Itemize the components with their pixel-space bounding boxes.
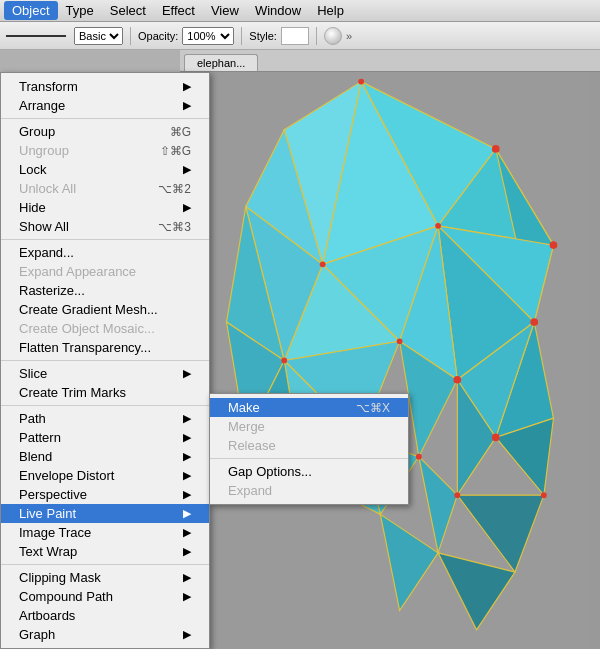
menu-item-create-trim-marks[interactable]: Create Trim Marks: [1, 383, 209, 402]
menu-sep-1: [1, 118, 209, 119]
menu-item-compound-path[interactable]: Compound Path ▶: [1, 587, 209, 606]
menu-item-clipping-mask[interactable]: Clipping Mask ▶: [1, 568, 209, 587]
document-tab[interactable]: elephan...: [184, 54, 258, 71]
menu-item-perspective-label: Perspective: [19, 487, 87, 502]
menu-type[interactable]: Type: [58, 1, 102, 20]
menu-item-rasterize[interactable]: Rasterize...: [1, 281, 209, 300]
toolbar-sep-2: [241, 27, 242, 45]
menu-item-expand-appearance-label: Expand Appearance: [19, 264, 136, 279]
menu-item-create-object-mosaic[interactable]: Create Object Mosaic...: [1, 319, 209, 338]
menu-object[interactable]: Object: [4, 1, 58, 20]
menu-item-flatten-transparency-label: Flatten Transparency...: [19, 340, 151, 355]
menu-item-lock-label: Lock: [19, 162, 46, 177]
menu-item-create-gradient-mesh[interactable]: Create Gradient Mesh...: [1, 300, 209, 319]
menu-select[interactable]: Select: [102, 1, 154, 20]
svg-point-37: [416, 454, 422, 460]
menu-item-create-trim-marks-label: Create Trim Marks: [19, 385, 126, 400]
menu-item-perspective[interactable]: Perspective ▶: [1, 485, 209, 504]
menu-sep-4: [1, 405, 209, 406]
live-paint-submenu: Make ⌥⌘X Merge Release Gap Options... Ex…: [209, 393, 409, 505]
tab-label: elephan...: [197, 57, 245, 69]
globe-icon: [324, 27, 342, 45]
toolbar-sep-1: [130, 27, 131, 45]
svg-point-42: [281, 358, 287, 364]
menu-view[interactable]: View: [203, 1, 247, 20]
menu-item-expand-label: Expand...: [19, 245, 74, 260]
submenu-item-make[interactable]: Make ⌥⌘X: [210, 398, 408, 417]
submenu-item-merge[interactable]: Merge: [210, 417, 408, 436]
menu-item-unlock-all[interactable]: Unlock All ⌥⌘2: [1, 179, 209, 198]
menu-item-slice-label: Slice: [19, 366, 47, 381]
menu-item-text-wrap[interactable]: Text Wrap ▶: [1, 542, 209, 561]
submenu-arrow: ▶: [183, 367, 191, 380]
svg-point-29: [492, 145, 500, 153]
submenu-arrow: ▶: [183, 628, 191, 641]
menu-item-lock[interactable]: Lock ▶: [1, 160, 209, 179]
menu-item-show-all[interactable]: Show All ⌥⌘3: [1, 217, 209, 236]
menu-item-clipping-mask-label: Clipping Mask: [19, 570, 101, 585]
svg-point-39: [541, 492, 547, 498]
menu-item-path-label: Path: [19, 411, 46, 426]
menu-effect[interactable]: Effect: [154, 1, 203, 20]
menu-item-graph[interactable]: Graph ▶: [1, 625, 209, 644]
menu-item-ungroup-label: Ungroup: [19, 143, 69, 158]
menu-item-path[interactable]: Path ▶: [1, 409, 209, 428]
menu-item-create-object-mosaic-label: Create Object Mosaic...: [19, 321, 155, 336]
menu-item-rasterize-label: Rasterize...: [19, 283, 85, 298]
svg-point-30: [550, 241, 558, 249]
svg-point-31: [530, 318, 538, 326]
menu-item-graph-label: Graph: [19, 627, 55, 642]
menu-item-text-wrap-label: Text Wrap: [19, 544, 77, 559]
toolbar-overflow: »: [346, 30, 352, 42]
submenu-item-gap-options[interactable]: Gap Options...: [210, 462, 408, 481]
svg-point-41: [320, 261, 326, 267]
menu-item-pattern[interactable]: Pattern ▶: [1, 428, 209, 447]
menu-item-ungroup[interactable]: Ungroup ⇧⌘G: [1, 141, 209, 160]
basic-select[interactable]: Basic: [74, 27, 123, 45]
menu-item-arrange[interactable]: Arrange ▶: [1, 96, 209, 115]
style-box[interactable]: [281, 27, 309, 45]
submenu-item-expand[interactable]: Expand: [210, 481, 408, 500]
menu-sep-5: [1, 564, 209, 565]
submenu-sep-1: [210, 458, 408, 459]
menu-item-unlock-all-shortcut: ⌥⌘2: [158, 182, 191, 196]
object-dropdown-menu: Transform ▶ Arrange ▶ Group ⌘G Ungroup ⇧…: [0, 72, 210, 649]
menu-item-expand[interactable]: Expand...: [1, 243, 209, 262]
submenu-arrow: ▶: [183, 526, 191, 539]
submenu-arrow: ▶: [183, 450, 191, 463]
menu-item-transform[interactable]: Transform ▶: [1, 77, 209, 96]
menu-item-show-all-label: Show All: [19, 219, 69, 234]
submenu-arrow: ▶: [183, 571, 191, 584]
menu-item-live-paint-label: Live Paint: [19, 506, 76, 521]
menu-item-blend[interactable]: Blend ▶: [1, 447, 209, 466]
menu-window[interactable]: Window: [247, 1, 309, 20]
menu-item-flatten-transparency[interactable]: Flatten Transparency...: [1, 338, 209, 357]
menu-item-expand-appearance[interactable]: Expand Appearance: [1, 262, 209, 281]
submenu-arrow: ▶: [183, 590, 191, 603]
submenu-item-make-shortcut: ⌥⌘X: [356, 401, 390, 415]
menu-item-group-shortcut: ⌘G: [170, 125, 191, 139]
submenu-item-release[interactable]: Release: [210, 436, 408, 455]
toolbar-line-style: [6, 35, 66, 37]
menu-item-artboards[interactable]: Artboards: [1, 606, 209, 625]
menu-item-transform-label: Transform: [19, 79, 78, 94]
menu-item-blend-label: Blend: [19, 449, 52, 464]
submenu-item-expand-label: Expand: [228, 483, 272, 498]
submenu-arrow: ▶: [183, 469, 191, 482]
menu-item-group[interactable]: Group ⌘G: [1, 122, 209, 141]
submenu-item-make-label: Make: [228, 400, 260, 415]
menu-item-image-trace[interactable]: Image Trace ▶: [1, 523, 209, 542]
menu-item-ungroup-shortcut: ⇧⌘G: [160, 144, 191, 158]
menu-item-envelope-distort[interactable]: Envelope Distort ▶: [1, 466, 209, 485]
menu-item-artboards-label: Artboards: [19, 608, 75, 623]
opacity-select[interactable]: 100%: [182, 27, 234, 45]
menu-item-live-paint[interactable]: Live Paint ▶: [1, 504, 209, 523]
submenu-item-gap-options-label: Gap Options...: [228, 464, 312, 479]
menu-item-slice[interactable]: Slice ▶: [1, 364, 209, 383]
toolbar-sep-3: [316, 27, 317, 45]
submenu-arrow: ▶: [183, 201, 191, 214]
menu-item-hide[interactable]: Hide ▶: [1, 198, 209, 217]
menu-help[interactable]: Help: [309, 1, 352, 20]
menu-item-create-gradient-mesh-label: Create Gradient Mesh...: [19, 302, 158, 317]
submenu-arrow: ▶: [183, 99, 191, 112]
